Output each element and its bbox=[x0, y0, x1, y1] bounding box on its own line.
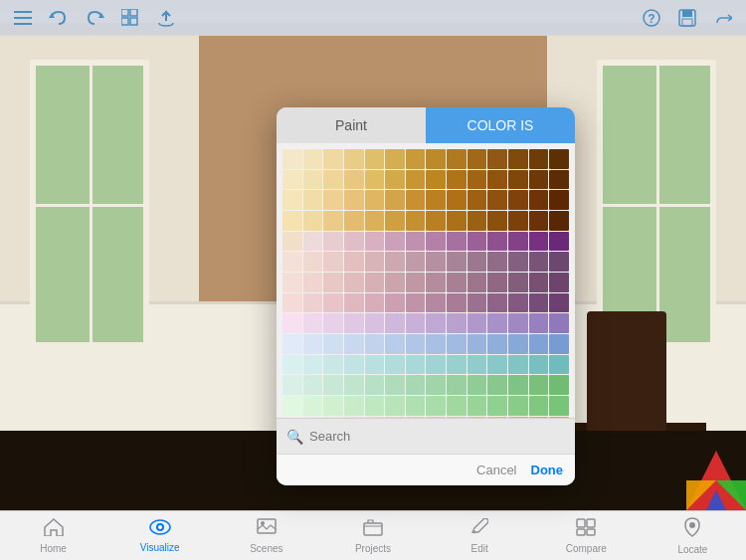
color-swatch[interactable] bbox=[447, 211, 466, 231]
color-swatch[interactable] bbox=[508, 375, 528, 395]
color-swatch[interactable] bbox=[344, 170, 364, 190]
color-swatch[interactable] bbox=[467, 355, 487, 375]
color-swatch[interactable] bbox=[303, 313, 323, 333]
menu-icon[interactable] bbox=[12, 7, 34, 29]
color-swatch[interactable] bbox=[467, 293, 487, 313]
color-swatch[interactable] bbox=[549, 396, 569, 416]
color-swatch[interactable] bbox=[529, 396, 549, 416]
color-swatch[interactable] bbox=[365, 273, 385, 292]
color-swatch[interactable] bbox=[508, 190, 528, 210]
color-swatch[interactable] bbox=[406, 170, 426, 190]
color-swatch[interactable] bbox=[447, 293, 466, 313]
color-swatch[interactable] bbox=[323, 273, 343, 292]
color-swatch[interactable] bbox=[487, 375, 507, 395]
color-swatch[interactable] bbox=[323, 170, 343, 190]
undo-icon[interactable] bbox=[48, 7, 70, 29]
color-swatch[interactable] bbox=[508, 293, 528, 313]
color-swatch[interactable] bbox=[344, 334, 364, 354]
tab-visualize[interactable]: Visualize bbox=[106, 519, 213, 553]
color-swatch[interactable] bbox=[549, 355, 569, 375]
color-swatch[interactable] bbox=[549, 334, 569, 354]
color-swatch[interactable] bbox=[385, 273, 405, 292]
color-swatch[interactable] bbox=[529, 334, 549, 354]
color-swatch[interactable] bbox=[508, 252, 528, 272]
color-swatch[interactable] bbox=[508, 232, 528, 252]
color-swatch[interactable] bbox=[426, 170, 446, 190]
color-swatch[interactable] bbox=[385, 252, 405, 272]
color-swatch[interactable] bbox=[487, 211, 507, 231]
color-swatch[interactable] bbox=[529, 375, 549, 395]
color-swatch[interactable] bbox=[282, 170, 302, 190]
tab-paint[interactable]: Paint bbox=[277, 107, 426, 143]
grid-icon[interactable] bbox=[119, 7, 141, 29]
color-swatch[interactable] bbox=[344, 232, 364, 252]
color-swatch[interactable] bbox=[323, 355, 343, 375]
color-swatch[interactable] bbox=[529, 232, 549, 252]
color-swatch[interactable] bbox=[487, 252, 507, 272]
color-swatch[interactable] bbox=[303, 293, 323, 313]
color-swatch[interactable] bbox=[385, 355, 405, 375]
color-swatch[interactable] bbox=[426, 190, 446, 210]
color-swatch[interactable] bbox=[406, 273, 426, 292]
color-swatch[interactable] bbox=[365, 334, 385, 354]
color-swatch[interactable] bbox=[447, 149, 466, 169]
color-swatch[interactable] bbox=[549, 190, 569, 210]
color-swatch[interactable] bbox=[385, 232, 405, 252]
color-swatch[interactable] bbox=[426, 293, 446, 313]
color-swatch[interactable] bbox=[487, 396, 507, 416]
color-swatch[interactable] bbox=[282, 149, 302, 169]
color-swatch[interactable] bbox=[406, 313, 426, 333]
color-swatch[interactable] bbox=[549, 375, 569, 395]
color-swatch[interactable] bbox=[487, 232, 507, 252]
color-swatch[interactable] bbox=[406, 190, 426, 210]
color-swatch[interactable] bbox=[303, 396, 323, 416]
color-swatch[interactable] bbox=[385, 149, 405, 169]
color-swatch[interactable] bbox=[385, 170, 405, 190]
color-swatch[interactable] bbox=[323, 313, 343, 333]
tab-edit[interactable]: Edit bbox=[427, 518, 533, 554]
done-button[interactable]: Done bbox=[531, 463, 564, 477]
color-swatch[interactable] bbox=[344, 355, 364, 375]
color-swatch[interactable] bbox=[426, 375, 446, 395]
color-swatch[interactable] bbox=[426, 211, 446, 231]
color-swatch[interactable] bbox=[508, 334, 528, 354]
color-swatch[interactable] bbox=[406, 149, 426, 169]
color-swatch[interactable] bbox=[508, 149, 528, 169]
color-swatch[interactable] bbox=[282, 211, 302, 231]
color-swatch[interactable] bbox=[549, 252, 569, 272]
tab-color-is[interactable]: COLOR IS bbox=[426, 107, 575, 143]
color-swatch[interactable] bbox=[323, 396, 343, 416]
color-swatch[interactable] bbox=[385, 313, 405, 333]
color-swatch[interactable] bbox=[344, 252, 364, 272]
color-swatch[interactable] bbox=[385, 190, 405, 210]
color-swatch[interactable] bbox=[282, 396, 302, 416]
color-swatch[interactable] bbox=[344, 313, 364, 333]
cancel-button[interactable]: Cancel bbox=[476, 463, 516, 477]
color-swatch[interactable] bbox=[323, 232, 343, 252]
color-swatch[interactable] bbox=[487, 334, 507, 354]
color-swatch[interactable] bbox=[282, 273, 302, 292]
color-swatch[interactable] bbox=[406, 334, 426, 354]
color-swatch[interactable] bbox=[447, 252, 466, 272]
color-swatch[interactable] bbox=[487, 149, 507, 169]
tab-projects[interactable]: Projects bbox=[319, 518, 426, 554]
color-swatch[interactable] bbox=[365, 149, 385, 169]
color-swatch[interactable] bbox=[323, 211, 343, 231]
search-input[interactable] bbox=[309, 429, 565, 444]
color-swatch[interactable] bbox=[529, 313, 549, 333]
color-swatch[interactable] bbox=[303, 149, 323, 169]
color-swatch[interactable] bbox=[282, 252, 302, 272]
color-swatch[interactable] bbox=[344, 211, 364, 231]
color-swatch[interactable] bbox=[508, 170, 528, 190]
color-swatch[interactable] bbox=[365, 252, 385, 272]
color-swatch[interactable] bbox=[447, 375, 466, 395]
color-swatch[interactable] bbox=[282, 334, 302, 354]
color-swatch[interactable] bbox=[508, 355, 528, 375]
color-swatch[interactable] bbox=[529, 293, 549, 313]
tab-compare[interactable]: Compare bbox=[533, 518, 640, 554]
color-swatch[interactable] bbox=[549, 313, 569, 333]
color-swatch[interactable] bbox=[323, 252, 343, 272]
save-icon[interactable] bbox=[676, 7, 698, 29]
color-swatch[interactable] bbox=[303, 375, 323, 395]
color-swatch[interactable] bbox=[447, 232, 466, 252]
